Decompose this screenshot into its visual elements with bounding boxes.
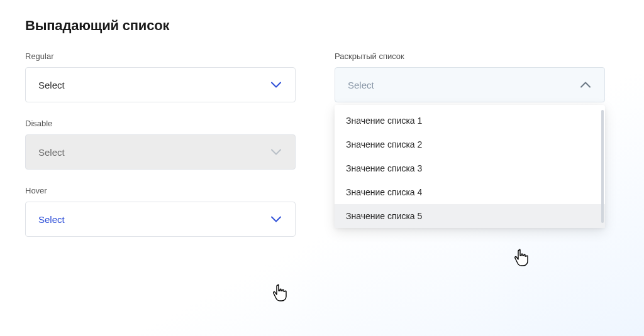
label-regular: Regular [25,51,296,61]
dropdown-option[interactable]: Значение списка 1 [335,109,605,133]
chevron-down-icon [270,146,282,158]
dropdown-hover-text: Select [38,214,65,225]
dropdown-option[interactable]: Значение списка 4 [335,180,605,204]
dropdown-open-text: Select [348,80,374,90]
dropdown-disabled-text: Select [38,147,65,158]
dropdown-regular[interactable]: Select [25,67,296,102]
label-hover: Hover [25,186,296,195]
dropdown-option[interactable]: Значение списка 5 [335,204,605,228]
dropdown-regular-text: Select [38,80,65,90]
dropdown-option[interactable]: Значение списка 3 [335,156,605,180]
label-open: Раскрытый список [335,51,605,61]
dropdown-option[interactable]: Значение списка 2 [335,133,605,156]
page-title: Выпадающий список [25,18,619,34]
label-disable: Disable [25,119,296,128]
chevron-up-icon [579,79,592,91]
scrollbar[interactable] [601,110,604,223]
chevron-down-icon [270,79,282,91]
dropdown-hover[interactable]: Select [25,202,296,237]
dropdown-options-panel: Значение списка 1 Значение списка 2 Знач… [335,105,605,228]
pointer-cursor-icon [272,284,287,301]
dropdown-open[interactable]: Select [335,67,605,102]
dropdown-disabled: Select [25,134,296,170]
chevron-down-icon [270,213,282,225]
